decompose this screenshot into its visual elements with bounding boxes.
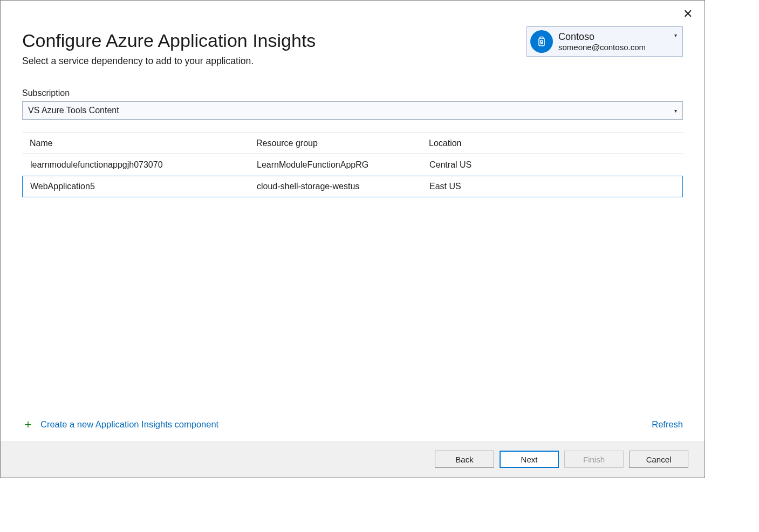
column-header-location[interactable]: Location [429, 139, 675, 148]
dialog-body: Subscription VS Azure Tools Content ▾ Na… [1, 67, 705, 418]
subscription-selected-value: VS Azure Tools Content [28, 106, 119, 115]
account-picker[interactable]: Contoso someone@contoso.com ▾ [526, 26, 683, 57]
create-new-link[interactable]: ＋ Create a new Application Insights comp… [22, 418, 218, 430]
account-email: someone@contoso.com [558, 43, 671, 52]
bottom-links: ＋ Create a new Application Insights comp… [1, 418, 705, 441]
finish-button[interactable]: Finish [564, 451, 624, 468]
chevron-down-icon: ▾ [674, 32, 677, 38]
account-text: Contoso someone@contoso.com [558, 31, 671, 52]
table-body: learnmodulefunctionappgjh073070LearnModu… [22, 154, 683, 197]
refresh-link[interactable]: Refresh [652, 419, 683, 430]
table-row[interactable]: learnmodulefunctionappgjh073070LearnModu… [22, 154, 683, 176]
cell-location: Central US [429, 160, 675, 170]
plus-icon: ＋ [22, 418, 34, 430]
table-row[interactable]: WebApplication5cloud-shell-storage-westu… [22, 176, 683, 197]
table-header-row: Name Resource group Location [22, 133, 683, 154]
cell-resource-group: LearnModuleFunctionAppRG [257, 160, 429, 170]
account-name: Contoso [558, 31, 671, 43]
dialog-footer: Back Next Finish Cancel [1, 441, 705, 478]
back-button[interactable]: Back [435, 451, 494, 468]
subscription-label: Subscription [22, 88, 683, 98]
svg-point-1 [541, 40, 543, 43]
page-subtitle: Select a service dependency to add to yo… [22, 56, 683, 67]
next-button[interactable]: Next [500, 451, 559, 468]
cell-location: East US [429, 182, 675, 191]
cell-resource-group: cloud-shell-storage-westus [257, 182, 429, 191]
svg-rect-0 [539, 38, 544, 46]
create-new-link-label: Create a new Application Insights compon… [40, 419, 218, 430]
configure-app-insights-dialog: ✕ Configure Azure Application Insights S… [0, 0, 705, 478]
cell-name: learnmodulefunctionappgjh073070 [30, 160, 257, 170]
dialog-header: Configure Azure Application Insights Sel… [1, 1, 705, 67]
column-header-resource-group[interactable]: Resource group [256, 139, 429, 148]
cell-name: WebApplication5 [30, 182, 257, 191]
cancel-button[interactable]: Cancel [629, 451, 688, 468]
account-badge-icon [530, 30, 553, 53]
instances-table: Name Resource group Location learnmodule… [22, 133, 683, 197]
chevron-down-icon: ▾ [674, 108, 677, 114]
subscription-dropdown[interactable]: VS Azure Tools Content ▾ [22, 101, 683, 120]
column-header-name[interactable]: Name [30, 139, 256, 148]
